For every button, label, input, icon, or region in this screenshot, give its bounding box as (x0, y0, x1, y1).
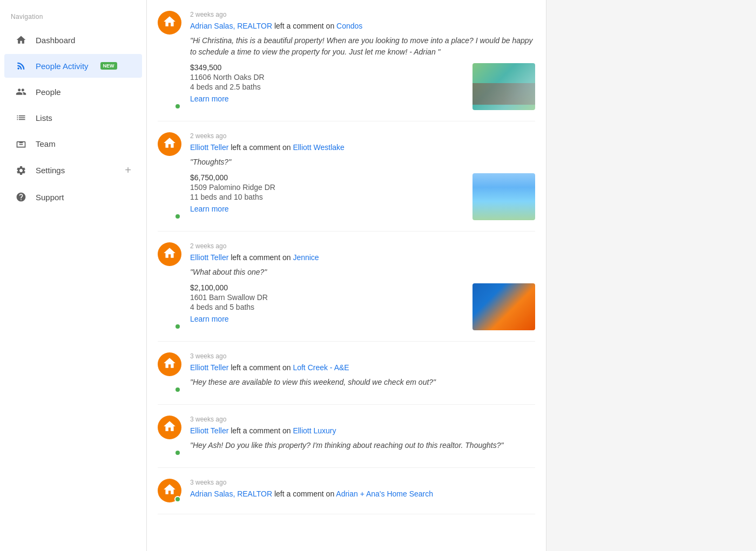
action-text: left a comment on (231, 426, 293, 435)
action-text: left a comment on (274, 489, 336, 498)
activity-dot (174, 213, 181, 220)
learn-more-link[interactable]: Learn more (190, 94, 265, 103)
property-info: $349,500 11606 North Oaks DR 4 beds and … (190, 63, 265, 103)
activity-item: 3 weeks ago Elliott Teller left a commen… (158, 342, 535, 405)
activity-content-2: 2 weeks ago Elliott Teller left a commen… (190, 132, 535, 220)
actor-link[interactable]: Elliott Teller (190, 426, 228, 435)
activity-time: 3 weeks ago (190, 416, 535, 423)
target-link[interactable]: Condos (336, 22, 362, 30)
activity-item: 2 weeks ago Adrian Salas, REALTOR left a… (158, 0, 535, 121)
activity-feed: 2 weeks ago Adrian Salas, REALTOR left a… (147, 0, 546, 514)
activity-quote: "What about this one?" (190, 267, 535, 278)
property-price: $2,100,000 (190, 283, 268, 292)
settings-icon (15, 165, 27, 176)
activity-item: 3 weeks ago Elliott Teller left a commen… (158, 405, 535, 468)
list-icon (15, 112, 27, 123)
actor-link[interactable]: Elliott Teller (190, 143, 228, 152)
activity-dot (174, 496, 181, 502)
activity-text: Elliott Teller left a comment on Jennice (190, 252, 535, 263)
property-card: $2,100,000 1601 Barn Swallow DR 4 beds a… (190, 283, 535, 330)
target-link[interactable]: Elliott Luxury (293, 426, 336, 435)
sidebar-item-label-people: People (36, 87, 61, 97)
sidebar-item-people-activity[interactable]: People Activity NEW (4, 54, 142, 78)
activity-dot (174, 386, 181, 393)
action-text: left a comment on (231, 363, 293, 372)
property-price: $349,500 (190, 63, 265, 72)
sidebar-item-lists[interactable]: Lists (4, 106, 142, 130)
sidebar-item-team[interactable]: Team (4, 132, 142, 155)
sidebar-item-label-team: Team (36, 139, 56, 148)
actor-link[interactable]: Elliott Teller (190, 253, 228, 262)
activity-item: 2 weeks ago Elliott Teller left a commen… (158, 232, 535, 342)
property-address: 1601 Barn Swallow DR (190, 293, 268, 302)
avatar (158, 416, 181, 439)
property-info: $6,750,000 1509 Palomino Ridge DR 11 bed… (190, 173, 275, 213)
sidebar-item-dashboard[interactable]: Dashboard (4, 28, 142, 52)
avatar (158, 352, 181, 376)
activity-text: Elliott Teller left a comment on Elliott… (190, 425, 535, 437)
people-icon (15, 86, 27, 97)
learn-more-link[interactable]: Learn more (190, 205, 275, 213)
activity-time: 2 weeks ago (190, 242, 535, 250)
property-image (473, 63, 535, 110)
support-icon (15, 192, 27, 202)
avatar (158, 11, 181, 35)
sidebar-item-people[interactable]: People (4, 80, 142, 104)
activity-quote: "Hi Christina, this is a beautiful prope… (190, 35, 535, 58)
property-image (473, 283, 535, 330)
property-info: $2,100,000 1601 Barn Swallow DR 4 beds a… (190, 283, 268, 323)
actor-link[interactable]: Elliott Teller (190, 363, 228, 372)
nav-label: Navigation (0, 9, 146, 27)
property-address: 1509 Palomino Ridge DR (190, 183, 275, 192)
sidebar-item-label-people-activity: People Activity (36, 62, 89, 71)
activity-content-6: 3 weeks ago Adrian Salas, REALTOR left a… (190, 479, 535, 503)
sidebar-item-support[interactable]: Support (4, 185, 142, 209)
activity-time: 2 weeks ago (190, 132, 535, 140)
actor-link[interactable]: Adrian Salas, REALTOR (190, 22, 272, 30)
sidebar-item-label-dashboard: Dashboard (36, 36, 75, 45)
property-beds: 4 beds and 2.5 baths (190, 83, 265, 91)
property-address: 11606 North Oaks DR (190, 73, 265, 81)
activity-time: 3 weeks ago (190, 352, 535, 360)
property-beds: 11 beds and 10 baths (190, 193, 275, 201)
activity-text: Adrian Salas, REALTOR left a comment on … (190, 21, 535, 32)
actor-link[interactable]: Adrian Salas, REALTOR (190, 489, 272, 498)
activity-quote: "Thoughts?" (190, 157, 535, 168)
sidebar-item-label-lists: Lists (36, 113, 52, 123)
sidebar: Navigation Dashboard People Activity NEW… (0, 0, 147, 551)
action-text: left a comment on (231, 253, 293, 262)
activity-item: 2 weeks ago Elliott Teller left a commen… (158, 121, 535, 232)
settings-plus-icon[interactable]: + (125, 164, 131, 176)
sidebar-item-label-settings: Settings (36, 166, 116, 175)
activity-content-1: 2 weeks ago Adrian Salas, REALTOR left a… (190, 11, 535, 110)
action-text: left a comment on (231, 143, 293, 152)
house-icon (163, 246, 177, 262)
activity-item: 3 weeks ago Adrian Salas, REALTOR left a… (158, 468, 535, 514)
target-link[interactable]: Adrian + Ana's Home Search (336, 489, 433, 498)
sidebar-item-settings[interactable]: Settings + (4, 158, 142, 183)
target-link[interactable]: Loft Creek - A&E (293, 363, 349, 372)
activity-content-4: 3 weeks ago Elliott Teller left a commen… (190, 352, 535, 393)
learn-more-link[interactable]: Learn more (190, 315, 268, 323)
avatar-wrap (158, 479, 181, 503)
avatar (158, 242, 181, 266)
main-content: 2 weeks ago Adrian Salas, REALTOR left a… (147, 0, 546, 551)
property-price: $6,750,000 (190, 173, 275, 182)
activity-text: Elliott Teller left a comment on Loft Cr… (190, 362, 535, 373)
new-badge: NEW (100, 62, 117, 70)
target-link[interactable]: Jennice (293, 253, 319, 262)
activity-time: 2 weeks ago (190, 11, 535, 18)
house-icon (163, 136, 177, 152)
activity-quote: "Hey Ash! Do you like this property? I'm… (190, 440, 535, 451)
activity-text: Elliott Teller left a comment on Elliott… (190, 142, 535, 153)
property-card: $349,500 11606 North Oaks DR 4 beds and … (190, 63, 535, 110)
property-image (473, 173, 535, 220)
activity-text: Adrian Salas, REALTOR left a comment on … (190, 488, 535, 500)
sidebar-item-label-support: Support (36, 193, 64, 202)
avatar-wrap (158, 242, 181, 330)
action-text: left a comment on (274, 22, 336, 30)
house-icon (163, 15, 177, 31)
target-link[interactable]: Elliott Westlake (293, 143, 344, 152)
property-card: $6,750,000 1509 Palomino Ridge DR 11 bed… (190, 173, 535, 220)
rss-icon (15, 60, 27, 71)
